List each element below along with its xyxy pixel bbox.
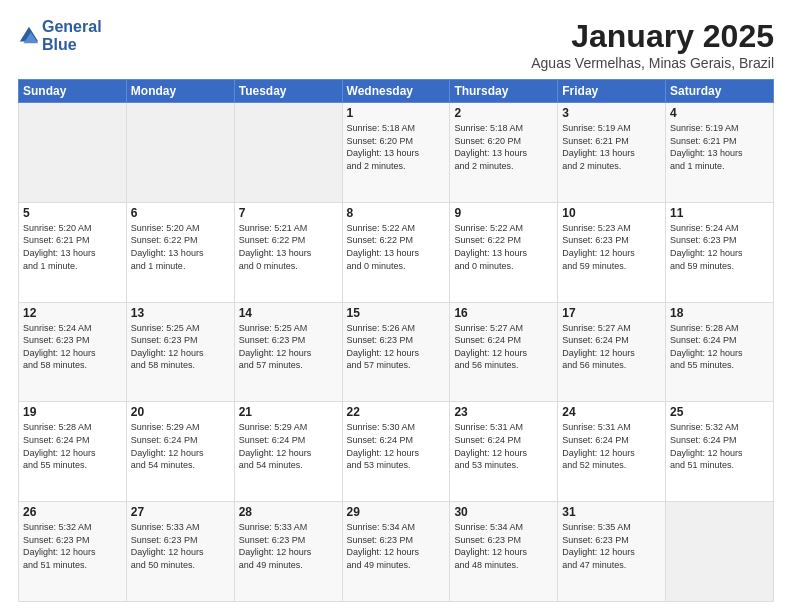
day-info: Sunrise: 5:22 AMSunset: 6:22 PMDaylight:… xyxy=(347,222,446,272)
day-info: Sunrise: 5:33 AMSunset: 6:23 PMDaylight:… xyxy=(239,521,338,571)
header-row: SundayMondayTuesdayWednesdayThursdayFrid… xyxy=(19,80,774,103)
day-number: 16 xyxy=(454,306,553,320)
day-number: 15 xyxy=(347,306,446,320)
day-number: 2 xyxy=(454,106,553,120)
calendar-cell: 8Sunrise: 5:22 AMSunset: 6:22 PMDaylight… xyxy=(342,202,450,302)
calendar-cell: 31Sunrise: 5:35 AMSunset: 6:23 PMDayligh… xyxy=(558,502,666,602)
day-number: 6 xyxy=(131,206,230,220)
day-number: 7 xyxy=(239,206,338,220)
calendar-cell: 19Sunrise: 5:28 AMSunset: 6:24 PMDayligh… xyxy=(19,402,127,502)
calendar-cell xyxy=(19,103,127,203)
day-number: 24 xyxy=(562,405,661,419)
day-info: Sunrise: 5:24 AMSunset: 6:23 PMDaylight:… xyxy=(670,222,769,272)
day-info: Sunrise: 5:24 AMSunset: 6:23 PMDaylight:… xyxy=(23,322,122,372)
week-row-1: 1Sunrise: 5:18 AMSunset: 6:20 PMDaylight… xyxy=(19,103,774,203)
day-info: Sunrise: 5:27 AMSunset: 6:24 PMDaylight:… xyxy=(454,322,553,372)
calendar-cell: 6Sunrise: 5:20 AMSunset: 6:22 PMDaylight… xyxy=(126,202,234,302)
day-info: Sunrise: 5:33 AMSunset: 6:23 PMDaylight:… xyxy=(131,521,230,571)
col-header-friday: Friday xyxy=(558,80,666,103)
day-info: Sunrise: 5:29 AMSunset: 6:24 PMDaylight:… xyxy=(131,421,230,471)
col-header-thursday: Thursday xyxy=(450,80,558,103)
day-info: Sunrise: 5:28 AMSunset: 6:24 PMDaylight:… xyxy=(670,322,769,372)
calendar-cell xyxy=(234,103,342,203)
day-info: Sunrise: 5:18 AMSunset: 6:20 PMDaylight:… xyxy=(454,122,553,172)
day-info: Sunrise: 5:23 AMSunset: 6:23 PMDaylight:… xyxy=(562,222,661,272)
calendar-cell: 9Sunrise: 5:22 AMSunset: 6:22 PMDaylight… xyxy=(450,202,558,302)
day-info: Sunrise: 5:30 AMSunset: 6:24 PMDaylight:… xyxy=(347,421,446,471)
day-number: 28 xyxy=(239,505,338,519)
day-info: Sunrise: 5:29 AMSunset: 6:24 PMDaylight:… xyxy=(239,421,338,471)
day-info: Sunrise: 5:19 AMSunset: 6:21 PMDaylight:… xyxy=(670,122,769,172)
day-number: 23 xyxy=(454,405,553,419)
logo: General Blue xyxy=(18,18,102,53)
col-header-wednesday: Wednesday xyxy=(342,80,450,103)
calendar-cell: 10Sunrise: 5:23 AMSunset: 6:23 PMDayligh… xyxy=(558,202,666,302)
day-info: Sunrise: 5:28 AMSunset: 6:24 PMDaylight:… xyxy=(23,421,122,471)
calendar-cell: 4Sunrise: 5:19 AMSunset: 6:21 PMDaylight… xyxy=(666,103,774,203)
col-header-saturday: Saturday xyxy=(666,80,774,103)
day-info: Sunrise: 5:22 AMSunset: 6:22 PMDaylight:… xyxy=(454,222,553,272)
day-number: 4 xyxy=(670,106,769,120)
day-number: 9 xyxy=(454,206,553,220)
day-number: 11 xyxy=(670,206,769,220)
day-info: Sunrise: 5:18 AMSunset: 6:20 PMDaylight:… xyxy=(347,122,446,172)
day-info: Sunrise: 5:20 AMSunset: 6:21 PMDaylight:… xyxy=(23,222,122,272)
week-row-5: 26Sunrise: 5:32 AMSunset: 6:23 PMDayligh… xyxy=(19,502,774,602)
title-block: January 2025 Aguas Vermelhas, Minas Gera… xyxy=(531,18,774,71)
week-row-2: 5Sunrise: 5:20 AMSunset: 6:21 PMDaylight… xyxy=(19,202,774,302)
day-info: Sunrise: 5:27 AMSunset: 6:24 PMDaylight:… xyxy=(562,322,661,372)
day-info: Sunrise: 5:34 AMSunset: 6:23 PMDaylight:… xyxy=(347,521,446,571)
day-number: 25 xyxy=(670,405,769,419)
calendar-cell: 30Sunrise: 5:34 AMSunset: 6:23 PMDayligh… xyxy=(450,502,558,602)
calendar-cell: 21Sunrise: 5:29 AMSunset: 6:24 PMDayligh… xyxy=(234,402,342,502)
calendar-cell: 2Sunrise: 5:18 AMSunset: 6:20 PMDaylight… xyxy=(450,103,558,203)
header: General Blue January 2025 Aguas Vermelha… xyxy=(18,18,774,71)
day-number: 29 xyxy=(347,505,446,519)
day-info: Sunrise: 5:31 AMSunset: 6:24 PMDaylight:… xyxy=(454,421,553,471)
calendar-cell: 23Sunrise: 5:31 AMSunset: 6:24 PMDayligh… xyxy=(450,402,558,502)
day-info: Sunrise: 5:34 AMSunset: 6:23 PMDaylight:… xyxy=(454,521,553,571)
calendar-cell: 26Sunrise: 5:32 AMSunset: 6:23 PMDayligh… xyxy=(19,502,127,602)
col-header-monday: Monday xyxy=(126,80,234,103)
day-number: 22 xyxy=(347,405,446,419)
day-number: 14 xyxy=(239,306,338,320)
calendar-cell: 1Sunrise: 5:18 AMSunset: 6:20 PMDaylight… xyxy=(342,103,450,203)
week-row-4: 19Sunrise: 5:28 AMSunset: 6:24 PMDayligh… xyxy=(19,402,774,502)
week-row-3: 12Sunrise: 5:24 AMSunset: 6:23 PMDayligh… xyxy=(19,302,774,402)
day-number: 10 xyxy=(562,206,661,220)
calendar-cell: 29Sunrise: 5:34 AMSunset: 6:23 PMDayligh… xyxy=(342,502,450,602)
day-info: Sunrise: 5:32 AMSunset: 6:24 PMDaylight:… xyxy=(670,421,769,471)
calendar-cell: 27Sunrise: 5:33 AMSunset: 6:23 PMDayligh… xyxy=(126,502,234,602)
day-number: 3 xyxy=(562,106,661,120)
day-number: 30 xyxy=(454,505,553,519)
col-header-tuesday: Tuesday xyxy=(234,80,342,103)
day-number: 20 xyxy=(131,405,230,419)
calendar-cell: 28Sunrise: 5:33 AMSunset: 6:23 PMDayligh… xyxy=(234,502,342,602)
day-number: 1 xyxy=(347,106,446,120)
calendar-cell: 25Sunrise: 5:32 AMSunset: 6:24 PMDayligh… xyxy=(666,402,774,502)
day-info: Sunrise: 5:20 AMSunset: 6:22 PMDaylight:… xyxy=(131,222,230,272)
calendar-cell: 7Sunrise: 5:21 AMSunset: 6:22 PMDaylight… xyxy=(234,202,342,302)
logo-blue: Blue xyxy=(42,36,102,54)
calendar-cell: 24Sunrise: 5:31 AMSunset: 6:24 PMDayligh… xyxy=(558,402,666,502)
logo-general: General xyxy=(42,18,102,36)
day-number: 31 xyxy=(562,505,661,519)
calendar-cell: 18Sunrise: 5:28 AMSunset: 6:24 PMDayligh… xyxy=(666,302,774,402)
day-number: 21 xyxy=(239,405,338,419)
day-info: Sunrise: 5:32 AMSunset: 6:23 PMDaylight:… xyxy=(23,521,122,571)
calendar-title: January 2025 xyxy=(531,18,774,55)
day-number: 17 xyxy=(562,306,661,320)
calendar-cell: 13Sunrise: 5:25 AMSunset: 6:23 PMDayligh… xyxy=(126,302,234,402)
calendar-cell xyxy=(666,502,774,602)
day-info: Sunrise: 5:19 AMSunset: 6:21 PMDaylight:… xyxy=(562,122,661,172)
calendar-cell: 15Sunrise: 5:26 AMSunset: 6:23 PMDayligh… xyxy=(342,302,450,402)
calendar-subtitle: Aguas Vermelhas, Minas Gerais, Brazil xyxy=(531,55,774,71)
calendar-cell: 12Sunrise: 5:24 AMSunset: 6:23 PMDayligh… xyxy=(19,302,127,402)
calendar-cell: 17Sunrise: 5:27 AMSunset: 6:24 PMDayligh… xyxy=(558,302,666,402)
day-number: 19 xyxy=(23,405,122,419)
day-info: Sunrise: 5:21 AMSunset: 6:22 PMDaylight:… xyxy=(239,222,338,272)
day-number: 8 xyxy=(347,206,446,220)
calendar-cell: 20Sunrise: 5:29 AMSunset: 6:24 PMDayligh… xyxy=(126,402,234,502)
calendar-cell xyxy=(126,103,234,203)
calendar-cell: 16Sunrise: 5:27 AMSunset: 6:24 PMDayligh… xyxy=(450,302,558,402)
